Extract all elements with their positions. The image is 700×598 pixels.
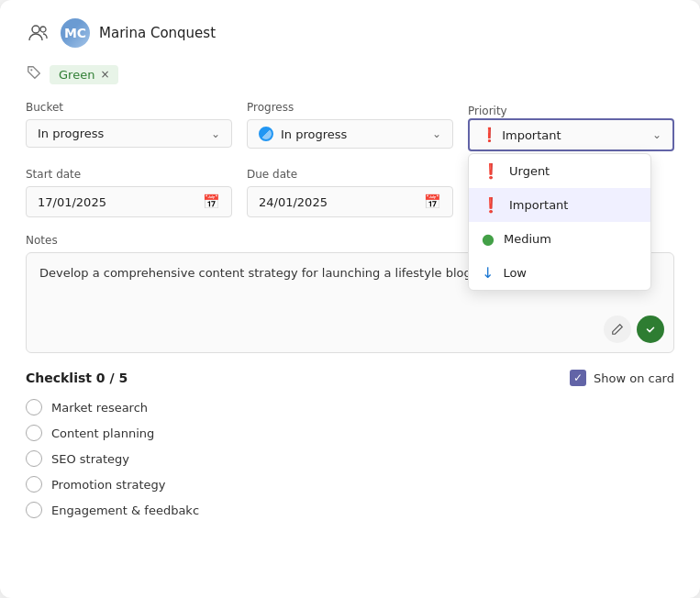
start-date-value: 17/01/2025 [38, 195, 106, 209]
bucket-chevron-icon: ⌄ [211, 127, 220, 140]
checklist-count: 0 / 5 [96, 371, 128, 385]
tag-label: Green [59, 68, 94, 82]
checklist-title: Checklist 0 / 5 [26, 371, 128, 385]
urgent-icon: ❗ [482, 162, 500, 180]
fields-row-top: Bucket In progress ⌄ Progress In progres… [26, 101, 674, 151]
svg-point-0 [32, 26, 39, 33]
due-date-value: 24/01/2025 [259, 195, 328, 209]
due-date-input[interactable]: 24/01/2025 📅 [247, 186, 453, 217]
priority-icon: ❗ [481, 127, 498, 143]
checklist-item: Engagement & feedbakc [26, 502, 674, 518]
start-calendar-icon: 📅 [203, 194, 220, 210]
priority-dropdown: ❗ Urgent ❗ Important ● Medium ↓ Low [468, 153, 651, 291]
show-on-card-label: Show on card [594, 371, 674, 385]
checklist-label-3: Promotion strategy [51, 478, 166, 492]
people-icon [26, 20, 51, 46]
notes-actions [604, 316, 664, 343]
due-calendar-icon: 📅 [424, 194, 441, 210]
priority-select[interactable]: ❗ Important ⌄ [468, 118, 674, 151]
start-date-field: Start date 17/01/2025 📅 [26, 168, 232, 217]
priority-field: Priority ❗ Important ⌄ ❗ Urgent ❗ Import… [468, 101, 674, 151]
priority-label: Priority [468, 105, 507, 117]
checklist-label-1: Content planning [51, 426, 154, 440]
checklist-check-1[interactable] [26, 425, 42, 441]
checklist-header: Checklist 0 / 5 ✓ Show on card [26, 370, 674, 386]
checklist-item: Promotion strategy [26, 476, 674, 493]
bucket-value: In progress [38, 127, 104, 140]
urgent-label: Urgent [509, 164, 550, 178]
priority-chevron-icon: ⌄ [652, 128, 661, 141]
start-date-label: Start date [26, 168, 232, 181]
priority-option-medium[interactable]: ● Medium [469, 222, 650, 256]
progress-dot-icon [259, 127, 273, 141]
bucket-label: Bucket [26, 101, 232, 114]
important-icon: ❗ [482, 196, 500, 214]
checklist-item: SEO strategy [26, 450, 674, 467]
username: Marina Conquest [99, 25, 216, 41]
low-label: Low [503, 266, 527, 280]
important-label: Important [509, 198, 568, 212]
tag-green[interactable]: Green × [50, 65, 118, 84]
checklist-label-0: Market research [51, 401, 148, 415]
bucket-field: Bucket In progress ⌄ [26, 101, 232, 151]
header: MC Marina Conquest [26, 18, 674, 48]
tag-close-icon[interactable]: × [100, 68, 109, 81]
progress-field: Progress In progress ⌄ [247, 101, 453, 151]
show-on-card-row: ✓ Show on card [570, 370, 674, 386]
due-date-field: Due date 24/01/2025 📅 [247, 168, 453, 217]
priority-option-important[interactable]: ❗ Important [469, 188, 650, 222]
svg-point-2 [30, 69, 32, 71]
progress-label: Progress [247, 101, 453, 114]
progress-chevron-icon: ⌄ [432, 127, 441, 140]
notes-confirm-button[interactable] [637, 316, 664, 343]
priority-value: Important [502, 128, 561, 142]
checklist-item: Market research [26, 399, 674, 415]
tag-icon [26, 64, 42, 84]
checklist-title-text: Checklist [26, 371, 92, 385]
checklist-label-2: SEO strategy [51, 452, 129, 466]
task-card: MC Marina Conquest Green × Bucket In pro… [0, 0, 700, 598]
tag-row: Green × [26, 64, 674, 84]
checklist-items: Market research Content planning SEO str… [26, 399, 674, 518]
checklist-label-4: Engagement & feedbakc [51, 504, 199, 517]
checklist-check-3[interactable] [26, 476, 42, 493]
progress-select[interactable]: In progress ⌄ [247, 119, 453, 149]
medium-label: Medium [504, 232, 551, 246]
checklist-item: Content planning [26, 425, 674, 441]
due-date-label: Due date [247, 168, 453, 181]
show-on-card-checkbox[interactable]: ✓ [570, 370, 586, 386]
checklist-check-2[interactable] [26, 450, 42, 467]
checklist-check-4[interactable] [26, 502, 42, 518]
progress-value: In progress [281, 127, 347, 141]
avatar: MC [61, 18, 90, 48]
medium-icon: ● [482, 230, 494, 248]
checklist-check-0[interactable] [26, 399, 42, 415]
low-icon: ↓ [482, 264, 494, 282]
notes-edit-button[interactable] [604, 316, 631, 343]
svg-point-1 [40, 27, 46, 32]
start-date-input[interactable]: 17/01/2025 📅 [26, 186, 232, 217]
bucket-select[interactable]: In progress ⌄ [26, 119, 232, 148]
priority-option-urgent[interactable]: ❗ Urgent [469, 154, 650, 188]
priority-option-low[interactable]: ↓ Low [469, 256, 650, 290]
